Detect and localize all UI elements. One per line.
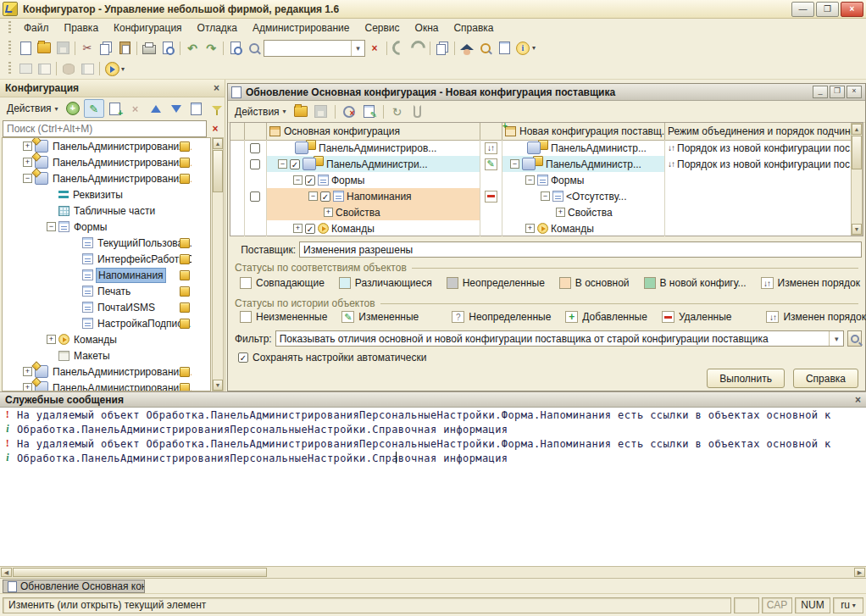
merge-checkbox[interactable]: ✓ <box>305 224 315 234</box>
column-main-config[interactable]: Основная конфигурация <box>266 123 480 140</box>
tree-item[interactable]: ПочтаИSMS <box>3 299 210 315</box>
column-merge-mode[interactable]: Режим объединения и порядок подчинен... <box>664 123 852 140</box>
start-debug-icon[interactable] <box>103 60 121 77</box>
message-line[interactable]: iОбработка.ПанельАдминистрированияПерсон… <box>0 422 866 436</box>
menu-service[interactable]: Сервис <box>357 19 407 36</box>
move-up-icon[interactable] <box>147 100 165 117</box>
column-new-config[interactable]: Новая конфигурация поставщ... <box>502 123 664 140</box>
tree-item[interactable]: −Формы <box>3 219 210 235</box>
table-row[interactable]: +✓Команды +Команды <box>230 220 851 236</box>
collapse-icon[interactable]: − <box>308 191 318 201</box>
scroll-thumb[interactable] <box>852 136 862 169</box>
add-icon[interactable]: + <box>64 100 82 117</box>
table-scrollbar[interactable]: ▲ ▼ <box>851 123 863 236</box>
tree-item[interactable]: Реквизиты <box>3 186 210 203</box>
filter-combo[interactable]: ▾ <box>275 330 844 347</box>
collapse-icon[interactable]: − <box>525 175 535 185</box>
print-preview-icon[interactable] <box>158 40 177 57</box>
collapse-icon[interactable]: − <box>541 191 550 201</box>
expand-icon[interactable]: + <box>23 383 32 391</box>
info-icon[interactable]: i <box>513 40 532 57</box>
autosave-row[interactable]: ✓ Сохранять настройки автоматически <box>238 352 426 363</box>
menu-file[interactable]: Файл <box>16 19 57 36</box>
merge-checkbox[interactable]: ✓ <box>290 159 300 169</box>
info-dropdown-icon[interactable]: ▾ <box>532 44 536 52</box>
window-tab[interactable]: Обновление Основная кон... <box>3 580 145 593</box>
expand-icon[interactable]: + <box>525 224 535 233</box>
tree-item[interactable]: +Команды <box>3 331 210 347</box>
menu-configuration[interactable]: Конфигурация <box>106 19 190 36</box>
magnifier-icon[interactable] <box>245 40 264 57</box>
scroll-down-icon[interactable]: ▼ <box>213 380 223 391</box>
move-down-icon[interactable] <box>167 100 186 117</box>
new-document-icon[interactable] <box>16 40 35 57</box>
language-dropdown-icon[interactable]: ▾ <box>852 602 856 609</box>
delete-icon[interactable]: × <box>126 100 145 117</box>
expand-icon[interactable]: + <box>23 367 32 376</box>
help-button[interactable]: Справка <box>793 369 858 388</box>
wrench-icon[interactable] <box>408 103 427 120</box>
copy-icon[interactable] <box>97 40 115 57</box>
clear-tree-search-icon[interactable]: × <box>208 120 222 137</box>
tree-item[interactable]: Табличные части <box>3 203 210 219</box>
handset-forward-icon[interactable] <box>408 40 427 57</box>
expand-icon[interactable]: + <box>47 335 56 344</box>
scroll-thumb[interactable] <box>13 568 267 577</box>
filter-icon[interactable] <box>208 100 226 117</box>
save-icon[interactable] <box>53 40 72 57</box>
find-icon[interactable] <box>226 40 245 57</box>
compare-actions-button[interactable]: Действия▾ <box>231 104 290 119</box>
row-checkbox[interactable] <box>250 191 260 202</box>
merge-checkbox[interactable]: ✓ <box>320 191 330 202</box>
collapse-icon[interactable]: − <box>23 174 32 183</box>
expand-icon[interactable]: + <box>293 224 303 233</box>
expand-icon[interactable]: + <box>556 208 565 217</box>
table-row[interactable]: −✓Напоминания −<Отсутству... <box>230 188 851 204</box>
tree-item[interactable]: +ПанельАдминистрирования... <box>3 138 210 154</box>
paste-icon[interactable] <box>115 40 134 57</box>
clear-search-icon[interactable]: × <box>365 40 384 57</box>
scroll-up-icon[interactable]: ▲ <box>213 138 223 149</box>
table-row[interactable]: +Свойства +Свойства <box>230 204 851 220</box>
open-settings-icon[interactable] <box>291 103 310 120</box>
minimize-button[interactable]: — <box>791 2 814 17</box>
tree-item[interactable]: НастройкаПодписи... <box>3 315 210 331</box>
handset-back-icon[interactable] <box>390 40 408 57</box>
tree-item[interactable]: ИнтерфейсРаботыС... <box>3 251 210 267</box>
search-dropdown-icon[interactable]: ▾ <box>351 41 364 56</box>
undo-icon[interactable]: ↶ <box>183 40 202 57</box>
close-button[interactable]: × <box>841 2 863 17</box>
restore-button[interactable]: ❐ <box>816 2 839 17</box>
tree-search-input[interactable] <box>3 120 207 137</box>
monitor-icon[interactable] <box>16 60 35 77</box>
database-icon[interactable] <box>59 60 78 77</box>
tree-item[interactable]: Печать <box>3 283 210 299</box>
filter-search-icon[interactable] <box>847 330 862 347</box>
collapse-icon[interactable]: − <box>278 159 287 169</box>
template-icon[interactable] <box>495 40 513 57</box>
tree-item-selected[interactable]: Напоминания <box>3 267 210 283</box>
message-line[interactable]: !На удаляемый объект Обработка.ПанельАдм… <box>0 408 866 422</box>
scroll-down-icon[interactable]: ▼ <box>852 224 862 235</box>
panel-close-icon[interactable]: × <box>214 82 219 94</box>
row-checkbox[interactable] <box>250 159 260 169</box>
scroll-thumb[interactable] <box>213 150 223 192</box>
tree-item[interactable]: +ПанельАдминистрирования... <box>3 154 210 170</box>
menu-help[interactable]: Справка <box>446 19 501 36</box>
collapse-icon[interactable]: − <box>510 159 519 169</box>
save-settings-icon[interactable] <box>312 103 330 120</box>
merge-checkbox[interactable]: ✓ <box>305 175 315 186</box>
tree-item[interactable]: ТекущийПользоват... <box>3 235 210 251</box>
menu-debug[interactable]: Отладка <box>190 19 245 36</box>
messages-hscrollbar[interactable]: ◀ ▶ <box>0 566 866 578</box>
autosave-checkbox[interactable]: ✓ <box>238 352 248 363</box>
print-icon[interactable] <box>140 40 158 57</box>
windows-icon[interactable] <box>433 40 452 57</box>
search-input[interactable] <box>264 42 351 55</box>
edit-pencil-icon[interactable]: ✎ <box>84 99 104 118</box>
collapse-icon[interactable]: − <box>293 175 303 185</box>
table-row[interactable]: ПанельАдминистриров... ↓↑ ПанельАдминист… <box>230 140 851 156</box>
language-indicator[interactable]: ru▾ <box>833 597 863 613</box>
filter-dropdown-icon[interactable]: ▾ <box>829 331 843 346</box>
expand-icon[interactable]: + <box>23 142 32 151</box>
